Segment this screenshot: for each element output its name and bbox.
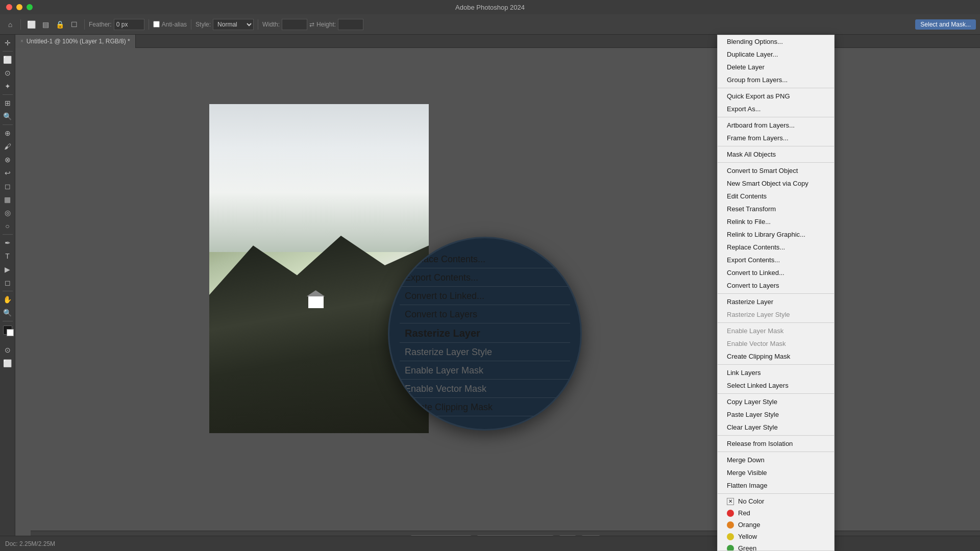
clone-stamp-tool[interactable]: ⊗: [2, 154, 14, 166]
context-menu: Blending Options... Duplicate Layer... D…: [717, 35, 835, 551]
ctx-item-convert-layers[interactable]: Convert to Layers: [718, 279, 834, 292]
ctx-item-mask-all[interactable]: Mask All Objects: [718, 148, 834, 161]
shape-tool[interactable]: ◻: [2, 277, 14, 289]
tab-close-icon[interactable]: ×: [20, 38, 23, 44]
canvas-area: × Untitled-1 @ 100% (Layer 1, RGB/8) * R…: [15, 35, 980, 551]
pen-tool[interactable]: ✒: [2, 237, 14, 249]
ctx-item-merge-visible[interactable]: Merge Visible: [718, 466, 834, 479]
minimize-button[interactable]: [16, 4, 22, 10]
select-mask-button[interactable]: Select and Mask...: [915, 19, 976, 30]
ctx-item-export-contents[interactable]: Export Contents...: [718, 254, 834, 266]
text-tool[interactable]: T: [2, 250, 14, 262]
no-color-icon: ✕: [727, 498, 734, 505]
close-button[interactable]: [6, 4, 12, 10]
path-selection-tool[interactable]: ▶: [2, 263, 14, 276]
rect-marquee-tool[interactable]: ⬜: [2, 54, 14, 66]
crop-tool[interactable]: ⊞: [2, 97, 14, 109]
ctx-item-rasterize-layer[interactable]: Rasterize Layer: [718, 295, 834, 308]
eyedropper-tool[interactable]: 🔍: [2, 110, 14, 122]
height-input[interactable]: [338, 19, 363, 30]
ctx-item-edit-contents[interactable]: Edit Contents: [718, 190, 834, 203]
ctx-item-select-linked[interactable]: Select Linked Layers: [718, 379, 834, 392]
color-label-orange[interactable]: Orange: [718, 519, 834, 531]
toolbar-separator-4: [191, 19, 191, 30]
green-dot: [727, 545, 734, 552]
history-brush-tool[interactable]: ↩: [2, 167, 14, 179]
lock-icon[interactable]: 🔒: [54, 18, 66, 31]
anti-alias-label: Anti-alias: [162, 21, 187, 28]
width-input[interactable]: [282, 19, 307, 30]
zoom-tool[interactable]: 🔍: [2, 307, 14, 319]
color-label-yellow[interactable]: Yellow: [718, 531, 834, 542]
ctx-item-export-as[interactable]: Export As...: [718, 103, 834, 115]
ctx-item-reset-transform[interactable]: Reset Transform: [718, 203, 834, 215]
feather-input[interactable]: [114, 19, 144, 30]
ctx-item-duplicate-layer[interactable]: Duplicate Layer...: [718, 48, 834, 61]
move-tool[interactable]: ✛: [2, 37, 14, 49]
ctx-item-clear-layer-style[interactable]: Clear Layer Style: [718, 421, 834, 434]
document-tab[interactable]: × Untitled-1 @ 100% (Layer 1, RGB/8) *: [15, 35, 136, 48]
ctx-item-link-layers[interactable]: Link Layers: [718, 366, 834, 379]
home-icon[interactable]: ⌂: [4, 18, 16, 31]
lasso-tool[interactable]: ⊙: [2, 67, 14, 79]
healing-brush-tool[interactable]: ⊕: [2, 127, 14, 139]
ctx-item-merge-down[interactable]: Merge Down: [718, 454, 834, 466]
toolbar-separator-1: [20, 19, 21, 30]
ctx-sep-8: [718, 393, 834, 394]
ctx-item-quick-export[interactable]: Quick Export as PNG: [718, 90, 834, 103]
ctx-item-convert-smart[interactable]: Convert to Smart Object: [718, 164, 834, 177]
maximize-button[interactable]: [27, 4, 33, 10]
gradient-tool[interactable]: ▦: [2, 193, 14, 206]
ctx-item-new-smart-via-copy[interactable]: New Smart Object via Copy: [718, 177, 834, 190]
sky-layer: [209, 104, 429, 252]
ctx-item-enable-vector-mask: Enable Vector Mask: [718, 337, 834, 350]
ctx-item-convert-linked[interactable]: Convert to Linked...: [718, 266, 834, 279]
blur-tool[interactable]: ◎: [2, 207, 14, 219]
color-label-red[interactable]: Red: [718, 507, 834, 519]
brush-tool[interactable]: 🖌: [2, 140, 14, 153]
marquee-icon[interactable]: ⬜: [25, 18, 37, 31]
style-select[interactable]: Normal Fixed Ratio Fixed Size: [213, 19, 254, 30]
magic-wand-tool[interactable]: ✦: [2, 80, 14, 92]
ctx-sep-2: [718, 117, 834, 117]
eraser-tool[interactable]: ◻: [2, 180, 14, 192]
options-icon[interactable]: ▤: [39, 18, 52, 31]
color-label-green[interactable]: Green: [718, 542, 834, 551]
screen-mode-tool[interactable]: ⬜: [2, 357, 14, 369]
ctx-item-replace-contents[interactable]: Replace Contents...: [718, 241, 834, 254]
artboard-icon[interactable]: ☐: [68, 18, 80, 31]
color-label-no-color[interactable]: ✕ No Color: [718, 495, 834, 507]
orange-dot: [727, 521, 734, 529]
swap-icon[interactable]: ⇄: [309, 21, 314, 28]
canvas-content: Replace Contents... Export Contents... C…: [15, 48, 980, 551]
dodge-tool[interactable]: ○: [2, 220, 14, 232]
anti-alias-checkbox[interactable]: [153, 21, 160, 28]
doc-info: Doc: 2.25M/2.25M: [5, 540, 55, 547]
tab-bar: × Untitled-1 @ 100% (Layer 1, RGB/8) *: [15, 35, 980, 48]
quick-mask-tool[interactable]: ⊙: [2, 344, 14, 356]
hand-tool[interactable]: ✋: [2, 293, 14, 306]
yellow-dot: [727, 533, 734, 540]
tab-label: Untitled-1 @ 100% (Layer 1, RGB/8) *: [27, 38, 130, 45]
foreground-color[interactable]: [3, 325, 12, 335]
ctx-item-flatten-image[interactable]: Flatten Image: [718, 479, 834, 492]
title-bar: Adobe Photoshop 2024: [0, 0, 980, 14]
toolbox: ✛ ⬜ ⊙ ✦ ⊞ 🔍 ⊕ 🖌 ⊗ ↩ ◻ ▦ ◎ ○ ✒ T ▶ ◻ ✋ 🔍 …: [0, 35, 15, 551]
ctx-item-delete-layer[interactable]: Delete Layer: [718, 61, 834, 73]
magnified-convert-to-linked[interactable]: Convert to Linked...: [400, 288, 570, 305]
ctx-item-group-from-layers[interactable]: Group from Layers...: [718, 73, 834, 86]
magnified-convert-to-layers[interactable]: Convert to Layers: [400, 306, 570, 323]
magnified-export-contents[interactable]: Export Contents...: [400, 269, 570, 287]
ctx-item-frame[interactable]: Frame from Layers...: [718, 132, 834, 144]
ctx-item-relink-file[interactable]: Relink to File...: [718, 215, 834, 228]
style-label: Style:: [195, 21, 211, 28]
ctx-item-relink-library[interactable]: Relink to Library Graphic...: [718, 228, 834, 241]
ctx-item-blending-options[interactable]: Blending Options...: [718, 35, 834, 48]
ctx-item-paste-layer-style[interactable]: Paste Layer Style: [718, 408, 834, 421]
ctx-item-copy-layer-style[interactable]: Copy Layer Style: [718, 395, 834, 408]
traffic-lights: [6, 4, 33, 10]
magnified-rasterize-layer[interactable]: Rasterize Layer: [400, 324, 570, 343]
ctx-item-release-isolation[interactable]: Release from Isolation: [718, 437, 834, 450]
ctx-item-artboard[interactable]: Artboard from Layers...: [718, 119, 834, 132]
ctx-item-create-clipping-mask[interactable]: Create Clipping Mask: [718, 350, 834, 363]
